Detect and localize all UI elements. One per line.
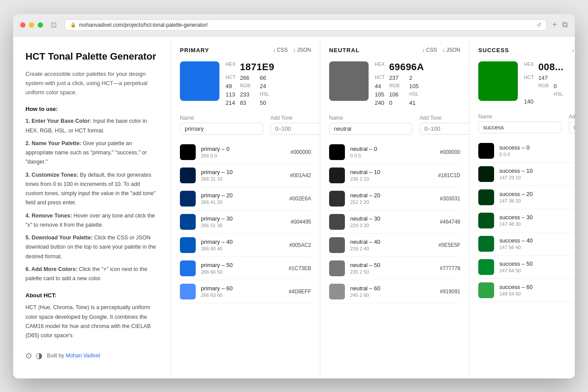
tone-hct-success-10: 147 29 10 (499, 175, 575, 180)
hsl-s-success (538, 98, 549, 105)
rgb-b-success (538, 91, 549, 96)
palette-title-neutral: NEUTRAL (329, 47, 359, 53)
rgb-label-neutral: RGB (389, 83, 405, 89)
tone-hct-primary-10: 266 31 10 (201, 176, 285, 182)
palette-column-neutral: NEUTRAL ↓ CSS ↓ JSON HEX 69696A HCT 237 … (320, 36, 470, 378)
step-3: 3. Customize Tones: By default, the tool… (25, 171, 158, 208)
sidebar: HCT Tonal Palette Generator Create acces… (13, 36, 171, 378)
tone-hct-neutral-0: 0 0 0 (350, 153, 434, 158)
tone-input-neutral[interactable] (419, 123, 470, 135)
hsl-label-primary: HSL (260, 91, 274, 98)
tone-swatch-success-10 (478, 166, 494, 182)
hsl-l-success (554, 98, 564, 105)
author-link[interactable]: Mohan Vadivel (66, 353, 100, 359)
address-bar[interactable]: 🔒 mohanvadivel.com/projects/hct-tonal-pa… (65, 19, 547, 31)
close-button[interactable] (20, 22, 25, 28)
css-download-success[interactable]: ↓ CSS (572, 47, 575, 53)
about-section: About HCT: HCT (Hue, Chroma, Tone) is a … (25, 292, 158, 340)
tone-hct-success-20: 147 38 20 (499, 198, 575, 203)
tone-hex-neutral-50: #777778 (440, 265, 460, 271)
hsl-h-neutral: 240 (375, 100, 385, 106)
duplicate-tab-icon[interactable]: ⧉ (562, 20, 568, 29)
name-tone-neutral: Name Add Tone (329, 115, 460, 135)
hct-t-primary: 49 (226, 83, 236, 89)
primary-swatch-large (180, 61, 219, 101)
tone-swatch-primary-30 (180, 214, 196, 230)
tone-swatch-success-30 (478, 213, 494, 228)
tone-item-success-0: success – 0 0 0 0 #000000 (478, 139, 575, 163)
tone-name-primary-60: primary – 60 (201, 285, 283, 292)
palette-actions-success: ↓ CSS ↓ JSON (572, 47, 575, 53)
maximize-button[interactable] (38, 22, 43, 28)
github-icon[interactable]: ⊙ (25, 351, 32, 360)
minimize-button[interactable] (29, 22, 34, 28)
tone-swatch-neutral-60 (329, 284, 345, 299)
json-download-primary[interactable]: ↓ JSON (293, 47, 311, 53)
browser-chrome: ⊡ 🔒 mohanvadivel.com/projects/hct-tonal-… (13, 14, 575, 36)
built-by-text: Built by Mohan Vadivel (47, 353, 100, 359)
tone-field-primary: Add Tone (270, 115, 314, 135)
tone-swatch-primary-0 (180, 144, 196, 160)
hex-label-neutral: HEX (375, 61, 385, 73)
tone-hex-primary-50: #1C73EB (289, 265, 311, 271)
tone-input-success[interactable] (569, 121, 575, 133)
tone-item-neutral-20: neutral – 20 252 2 20 #303031 (329, 187, 460, 210)
tone-hex-neutral-30: #464748 (440, 219, 460, 225)
tone-item-success-30: success – 30 147 48 30 #005318 (478, 209, 575, 232)
app-title: HCT Tonal Palette Generator (25, 50, 158, 63)
success-swatch-large (478, 61, 518, 101)
tone-input-primary[interactable] (270, 123, 320, 135)
new-tab-icon[interactable]: + (552, 20, 557, 29)
hct-label-success: HCT (524, 75, 534, 81)
step-6: 6. Add More Colors: Click the "+" icon n… (25, 265, 158, 284)
css-download-primary[interactable]: ↓ CSS (273, 47, 288, 53)
name-input-primary[interactable] (180, 123, 263, 135)
tone-hct-primary-40: 266 60 40 (201, 246, 284, 251)
tone-hct-neutral-20: 252 2 20 (350, 200, 434, 205)
palette-actions-primary: ↓ CSS ↓ JSON (273, 47, 311, 53)
rgb-b-neutral: 106 (389, 91, 405, 98)
hsl-label-success: HSL (554, 91, 564, 96)
tone-hct-neutral-50: 235 2 50 (350, 269, 434, 274)
tone-swatch-primary-50 (180, 260, 196, 276)
tones-list-primary: primary – 0 266 0 0 #000000 primary – 10… (180, 141, 311, 303)
tone-hex-neutral-10: #181C1D (438, 172, 460, 178)
url-text: mohanvadivel.com/projects/hct-tonal-pale… (79, 22, 208, 28)
tone-name-neutral-20: neutral – 20 (350, 192, 434, 199)
step-1: 1. Enter Your Base Color: Input the base… (25, 117, 158, 135)
reload-icon[interactable]: ↺ (537, 22, 541, 28)
tone-item-neutral-30: neutral – 30 229 3 30 #464748 (329, 210, 460, 234)
palette-title-primary: PRIMARY (180, 47, 209, 53)
palette-title-success: SUCCESS (478, 47, 509, 53)
hex-value-primary: 1871E9 (240, 61, 275, 73)
tone-name-success-0: success – 0 (499, 144, 575, 151)
hsl-label-neutral: HSL (409, 91, 424, 98)
hsl-l-primary: 50 (260, 100, 274, 106)
tone-item-primary-0: primary – 0 266 0 0 #000000 (180, 141, 311, 164)
name-input-neutral[interactable] (329, 123, 412, 135)
hsl-s-primary: 83 (240, 100, 255, 106)
tone-hex-primary-30: #004495 (290, 219, 311, 225)
tone-item-primary-10: primary – 10 266 31 10 #001A42 (180, 164, 311, 187)
theme-toggle-icon[interactable]: ◑ (36, 351, 43, 360)
hct-c-success (554, 75, 564, 81)
tone-name-success-50: success – 50 (499, 260, 575, 267)
hct-t-success (524, 83, 534, 89)
hct-c-neutral: 2 (409, 75, 424, 81)
sidebar-toggle-icon[interactable]: ⊡ (48, 20, 59, 30)
tone-hct-success-60: 148 64 60 (499, 291, 575, 296)
tone-item-primary-30: primary – 30 266 51 30 #004495 (180, 210, 311, 234)
json-download-neutral[interactable]: ↓ JSON (442, 47, 460, 53)
tone-hct-primary-20: 266 41 20 (201, 200, 284, 205)
about-text: HCT (Hue, Chroma, Tone) is a perceptuall… (25, 303, 158, 340)
name-input-success[interactable] (478, 121, 562, 133)
tone-name-primary-0: primary – 0 (201, 146, 285, 152)
tone-item-success-40: success – 40 147 56 40 #006E23 (478, 232, 575, 256)
tone-swatch-success-0 (478, 143, 494, 159)
tone-name-primary-20: primary – 20 (201, 192, 284, 199)
tone-hex-primary-20: #002E6A (290, 196, 311, 202)
tone-hct-primary-30: 266 51 30 (201, 223, 285, 228)
tone-hct-success-40: 147 56 40 (499, 245, 575, 250)
css-download-neutral[interactable]: ↓ CSS (422, 47, 437, 53)
hct-h-success: 147 (538, 75, 549, 81)
